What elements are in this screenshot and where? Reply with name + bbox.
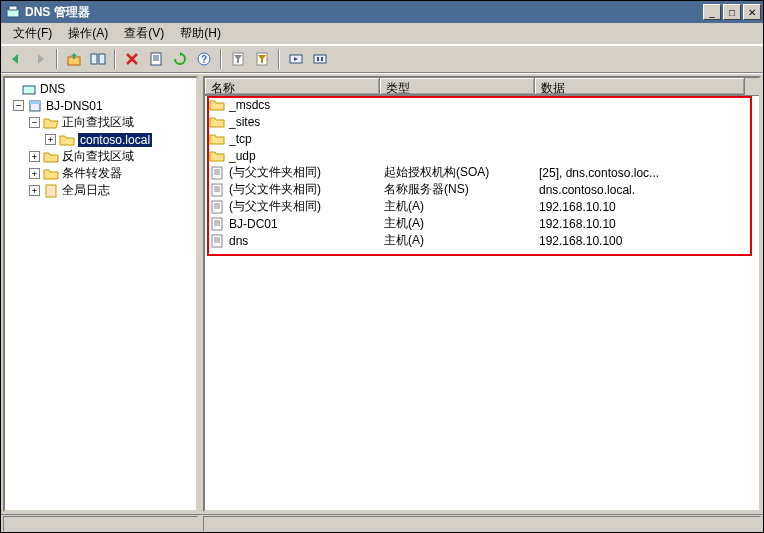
cell-type: 名称服务器(NS) bbox=[384, 181, 539, 198]
show-hide-button[interactable] bbox=[87, 48, 109, 70]
tree-root-dns[interactable]: DNS bbox=[5, 80, 196, 97]
list-folder-row[interactable]: _udp bbox=[205, 147, 759, 164]
list-record-row[interactable]: dns主机(A)192.168.10.100 bbox=[205, 232, 759, 249]
start-button[interactable] bbox=[285, 48, 307, 70]
column-name[interactable]: 名称 bbox=[205, 78, 380, 95]
menu-view[interactable]: 查看(V) bbox=[116, 23, 172, 44]
svg-rect-25 bbox=[212, 184, 222, 196]
toolbar-separator bbox=[278, 49, 280, 69]
list-body[interactable]: _msdcs_sites_tcp_udp(与父文件夹相同)起始授权机构(SOA)… bbox=[205, 96, 759, 510]
svg-rect-20 bbox=[46, 185, 56, 197]
cell-name: _sites bbox=[229, 115, 260, 129]
folder-icon bbox=[209, 148, 225, 164]
titlebar[interactable]: DNS 管理器 _ □ ✕ bbox=[1, 1, 763, 23]
filter2-button[interactable] bbox=[251, 48, 273, 70]
back-button[interactable] bbox=[5, 48, 27, 70]
list-record-row[interactable]: (与父文件夹相同)起始授权机构(SOA)[25], dns.contoso.lo… bbox=[205, 164, 759, 181]
cell-data: 192.168.10.10 bbox=[539, 217, 749, 231]
menu-action[interactable]: 操作(A) bbox=[60, 23, 116, 44]
folder-icon bbox=[209, 131, 225, 147]
record-icon bbox=[209, 165, 225, 181]
toolbar-separator bbox=[220, 49, 222, 69]
expander-icon[interactable]: + bbox=[29, 168, 40, 179]
cell-name: (与父文件夹相同) bbox=[229, 181, 321, 198]
statusbar bbox=[1, 514, 763, 532]
menu-help[interactable]: 帮助(H) bbox=[172, 23, 229, 44]
tree-conditional-forwarders[interactable]: + 条件转发器 bbox=[5, 165, 196, 182]
svg-rect-16 bbox=[321, 57, 323, 61]
cell-name: _udp bbox=[229, 149, 256, 163]
dns-manager-window: DNS 管理器 _ □ ✕ 文件(F) 操作(A) 查看(V) 帮助(H) ? bbox=[0, 0, 764, 533]
folder-icon bbox=[209, 97, 225, 113]
svg-rect-29 bbox=[212, 201, 222, 213]
content-area: DNS − BJ-DNS01 − 正向查找区域 + contoso.local … bbox=[1, 73, 763, 514]
list-header: 名称 类型 数据 bbox=[205, 78, 759, 96]
delete-button[interactable] bbox=[121, 48, 143, 70]
cell-data: [25], dns.contoso.loc... bbox=[539, 166, 749, 180]
cell-name: BJ-DC01 bbox=[229, 217, 278, 231]
list-folder-row[interactable]: _sites bbox=[205, 113, 759, 130]
list-record-row[interactable]: BJ-DC01主机(A)192.168.10.10 bbox=[205, 215, 759, 232]
menu-file[interactable]: 文件(F) bbox=[5, 23, 60, 44]
expander-icon[interactable]: − bbox=[13, 100, 24, 111]
record-icon bbox=[209, 233, 225, 249]
dns-icon bbox=[21, 81, 37, 97]
help-button[interactable]: ? bbox=[193, 48, 215, 70]
cell-name: _msdcs bbox=[229, 98, 270, 112]
tree-zone-contoso[interactable]: + contoso.local bbox=[5, 131, 196, 148]
cell-name: (与父文件夹相同) bbox=[229, 198, 321, 215]
pause-button[interactable] bbox=[309, 48, 331, 70]
expander-icon[interactable]: + bbox=[45, 134, 56, 145]
log-icon bbox=[43, 183, 59, 199]
expander-icon[interactable]: − bbox=[29, 117, 40, 128]
close-button[interactable]: ✕ bbox=[743, 4, 761, 20]
svg-rect-19 bbox=[30, 101, 40, 104]
server-icon bbox=[27, 98, 43, 114]
cell-type: 主机(A) bbox=[384, 215, 539, 232]
expander-icon[interactable]: + bbox=[29, 185, 40, 196]
window-controls: _ □ ✕ bbox=[703, 4, 761, 20]
cell-name: _tcp bbox=[229, 132, 252, 146]
cell-name: dns bbox=[229, 234, 248, 248]
cell-type: 起始授权机构(SOA) bbox=[384, 164, 539, 181]
cell-data: 192.168.10.100 bbox=[539, 234, 749, 248]
record-icon bbox=[209, 216, 225, 232]
expander-icon[interactable]: + bbox=[29, 151, 40, 162]
list-record-row[interactable]: (与父文件夹相同)主机(A)192.168.10.10 bbox=[205, 198, 759, 215]
up-button[interactable] bbox=[63, 48, 85, 70]
zone-icon bbox=[59, 132, 75, 148]
refresh-button[interactable] bbox=[145, 48, 167, 70]
list-record-row[interactable]: (与父文件夹相同)名称服务器(NS)dns.contoso.local. bbox=[205, 181, 759, 198]
app-icon bbox=[5, 4, 21, 20]
svg-rect-1 bbox=[9, 6, 17, 10]
cell-type: 主机(A) bbox=[384, 232, 539, 249]
reload-button[interactable] bbox=[169, 48, 191, 70]
maximize-button[interactable]: □ bbox=[723, 4, 741, 20]
toolbar: ? bbox=[1, 45, 763, 73]
list-folder-row[interactable]: _tcp bbox=[205, 130, 759, 147]
status-panel-left bbox=[3, 516, 198, 532]
folder-open-icon bbox=[43, 115, 59, 131]
cell-name: (与父文件夹相同) bbox=[229, 164, 321, 181]
filter-button[interactable] bbox=[227, 48, 249, 70]
svg-rect-37 bbox=[212, 235, 222, 247]
list-folder-row[interactable]: _msdcs bbox=[205, 96, 759, 113]
folder-icon bbox=[43, 149, 59, 165]
tree-server[interactable]: − BJ-DNS01 bbox=[5, 97, 196, 114]
column-type[interactable]: 类型 bbox=[380, 78, 535, 95]
tree-global-log[interactable]: + 全局日志 bbox=[5, 182, 196, 199]
tree-reverse-zones[interactable]: + 反向查找区域 bbox=[5, 148, 196, 165]
record-icon bbox=[209, 182, 225, 198]
minimize-button[interactable]: _ bbox=[703, 4, 721, 20]
svg-rect-33 bbox=[212, 218, 222, 230]
svg-text:?: ? bbox=[201, 54, 207, 65]
tree-pane[interactable]: DNS − BJ-DNS01 − 正向查找区域 + contoso.local … bbox=[3, 76, 198, 512]
svg-rect-3 bbox=[91, 54, 97, 64]
cell-data: 192.168.10.10 bbox=[539, 200, 749, 214]
cell-type: 主机(A) bbox=[384, 198, 539, 215]
tree-forward-zones[interactable]: − 正向查找区域 bbox=[5, 114, 196, 131]
forward-button[interactable] bbox=[29, 48, 51, 70]
svg-rect-17 bbox=[23, 86, 35, 94]
svg-rect-14 bbox=[314, 55, 326, 63]
column-data[interactable]: 数据 bbox=[535, 78, 745, 95]
